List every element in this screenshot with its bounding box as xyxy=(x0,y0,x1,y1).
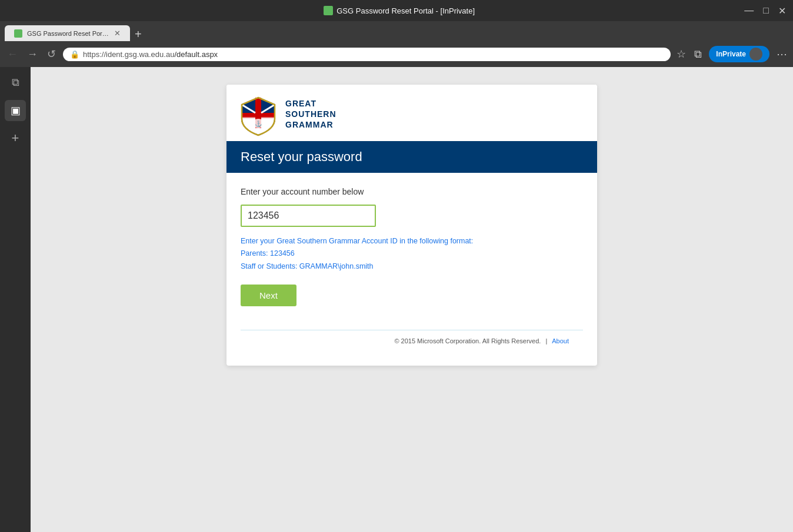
new-tab-button[interactable]: + xyxy=(130,28,146,41)
title-bar: GSG Password Reset Portal - [InPrivate] … xyxy=(0,0,793,21)
minimize-button[interactable]: — xyxy=(744,5,754,16)
account-number-input[interactable] xyxy=(241,205,376,227)
tabs-bar: GSG Password Reset Portal - [InPri... ✕ … xyxy=(0,21,793,41)
copyright-text: © 2015 Microsoft Corporation. All Rights… xyxy=(394,337,541,344)
lock-icon: 🔒 xyxy=(70,50,79,59)
add-icon: + xyxy=(12,131,19,145)
toolbar-right: ☆ ⧉ InPrivate ⋯ xyxy=(675,46,788,62)
school-name: GREAT SOUTHERN GRAMMAR xyxy=(285,98,336,131)
refresh-button[interactable]: ↺ xyxy=(45,45,58,63)
address-input-wrap[interactable]: 🔒 https://ident.gsg.wa.edu.au/default.as… xyxy=(63,48,671,61)
favorites-icon[interactable]: ☆ xyxy=(675,46,687,62)
forward-button[interactable]: → xyxy=(25,46,40,63)
url-static: https://ident.gsg.wa.edu.au xyxy=(83,50,174,59)
inprivate-label: InPrivate xyxy=(716,50,746,58)
tab-label: GSG Password Reset Portal - [InPri... xyxy=(27,30,109,37)
collections-icon[interactable]: ⧉ xyxy=(693,47,703,62)
inprivate-button[interactable]: InPrivate xyxy=(709,46,769,62)
window-title-text: GSG Password Reset Portal - [InPrivate] xyxy=(336,6,475,15)
main-card: ⚓ GREAT SOUTHERN GRAMMAR Reset your pass… xyxy=(226,85,597,366)
browser-layout: ⧉ ▣ + xyxy=(0,67,793,532)
card-title-bar: Reset your password xyxy=(226,141,597,173)
back-button[interactable]: ← xyxy=(5,46,20,63)
window-title: GSG Password Reset Portal - [InPrivate] xyxy=(54,6,744,15)
sidebar-tabs-button[interactable]: ⧉ xyxy=(5,72,26,93)
page-title: Reset your password xyxy=(241,149,583,165)
tab-favicon xyxy=(324,6,333,15)
about-link[interactable]: About xyxy=(552,337,569,344)
school-logo: ⚓ xyxy=(241,96,276,132)
sidebar-add-button[interactable]: + xyxy=(12,131,19,146)
hint-line1: Enter your Great Southern Grammar Accoun… xyxy=(241,237,473,245)
footer-separator: | xyxy=(545,337,547,344)
tabs-icon: ⧉ xyxy=(12,76,19,89)
tab-close-button[interactable]: ✕ xyxy=(114,29,121,38)
maximize-button[interactable]: □ xyxy=(763,5,769,16)
card-footer: © 2015 Microsoft Corporation. All Rights… xyxy=(241,330,583,352)
svg-text:⚓: ⚓ xyxy=(255,120,262,128)
sidebar-active-button[interactable]: ▣ xyxy=(5,100,26,121)
address-bar: ← → ↺ 🔒 https://ident.gsg.wa.edu.au/defa… xyxy=(0,41,793,67)
card-body: Enter your account number below Enter yo… xyxy=(226,173,597,366)
tab-icon xyxy=(14,29,22,38)
more-button[interactable]: ⋯ xyxy=(775,46,788,62)
window-controls: — □ ✕ xyxy=(744,5,786,16)
form-label: Enter your account number below xyxy=(241,187,583,196)
hint-line3: Staff or Students: GRAMMAR\john.smith xyxy=(241,262,374,270)
active-icon: ▣ xyxy=(11,104,21,117)
active-tab[interactable]: GSG Password Reset Portal - [InPri... ✕ xyxy=(5,25,130,41)
address-url: https://ident.gsg.wa.edu.au/default.aspx xyxy=(83,50,218,59)
page-content: ⚓ GREAT SOUTHERN GRAMMAR Reset your pass… xyxy=(31,67,793,532)
next-button[interactable]: Next xyxy=(241,285,296,306)
card-logo-header: ⚓ GREAT SOUTHERN GRAMMAR xyxy=(226,85,597,141)
sidebar: ⧉ ▣ + xyxy=(0,67,31,532)
hint-text: Enter your Great Southern Grammar Accoun… xyxy=(241,235,583,273)
url-path: /default.aspx xyxy=(174,50,218,59)
avatar xyxy=(749,48,762,61)
close-button[interactable]: ✕ xyxy=(778,5,786,16)
hint-line2: Parents: 123456 xyxy=(241,249,295,257)
